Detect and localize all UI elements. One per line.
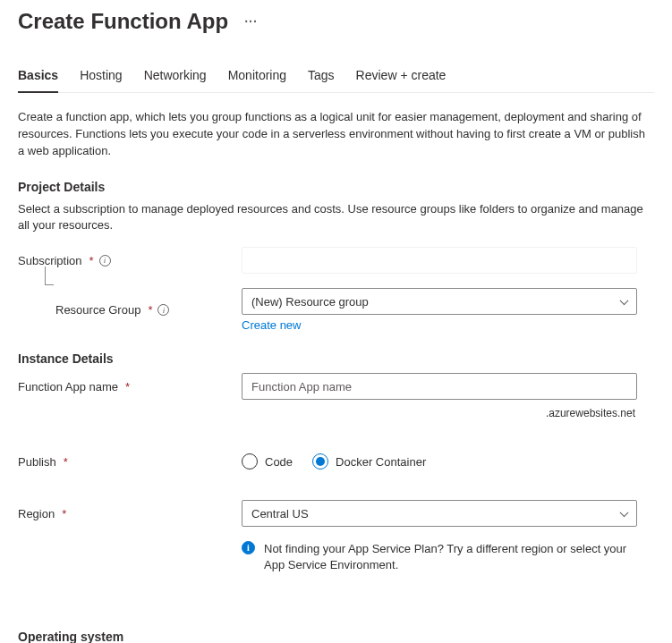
- page-title-text: Create Function App: [18, 9, 228, 34]
- function-app-name-label: Function App name*: [18, 380, 242, 393]
- page-title: Create Function App ···: [18, 9, 654, 34]
- tab-hosting[interactable]: Hosting: [80, 61, 122, 93]
- tab-review-create[interactable]: Review + create: [356, 61, 447, 93]
- subscription-label: Subscription* i: [18, 254, 242, 267]
- tree-arm: [18, 275, 242, 288]
- region-label: Region*: [18, 507, 242, 520]
- info-icon: i: [242, 541, 255, 554]
- chevron-down-icon: [620, 297, 629, 306]
- info-icon[interactable]: i: [99, 255, 111, 267]
- region-select[interactable]: Central US: [242, 500, 637, 527]
- intro-text: Create a function app, which lets you gr…: [18, 109, 654, 160]
- section-heading-instance: Instance Details: [18, 351, 654, 366]
- tab-tags[interactable]: Tags: [308, 61, 335, 93]
- resource-group-select[interactable]: (New) Resource group: [242, 288, 637, 315]
- wizard-tabs: Basics Hosting Networking Monitoring Tag…: [18, 61, 654, 93]
- region-info-message: i Not finding your App Service Plan? Try…: [242, 541, 637, 573]
- chevron-down-icon: [620, 509, 629, 518]
- resource-group-label: Resource Group* i: [18, 303, 242, 317]
- tab-networking[interactable]: Networking: [144, 61, 207, 93]
- subscription-select[interactable]: [242, 247, 637, 274]
- command-more-icon[interactable]: ···: [244, 14, 258, 29]
- publish-label: Publish*: [18, 455, 242, 469]
- info-icon[interactable]: i: [157, 304, 169, 316]
- publish-option-docker[interactable]: Docker Container: [312, 453, 426, 470]
- publish-option-code[interactable]: Code: [242, 453, 293, 470]
- section-heading-project: Project Details: [18, 180, 654, 194]
- function-app-name-input[interactable]: [242, 373, 637, 400]
- publish-radio-group: Code Docker Container: [242, 453, 637, 470]
- tab-basics[interactable]: Basics: [18, 61, 58, 93]
- section-desc-project: Select a subscription to manage deployed…: [18, 201, 654, 235]
- tab-monitoring[interactable]: Monitoring: [228, 61, 286, 93]
- create-new-link[interactable]: Create new: [242, 318, 301, 332]
- domain-suffix: .azurewebsites.net: [242, 407, 637, 419]
- section-heading-os: Operating system: [18, 630, 654, 643]
